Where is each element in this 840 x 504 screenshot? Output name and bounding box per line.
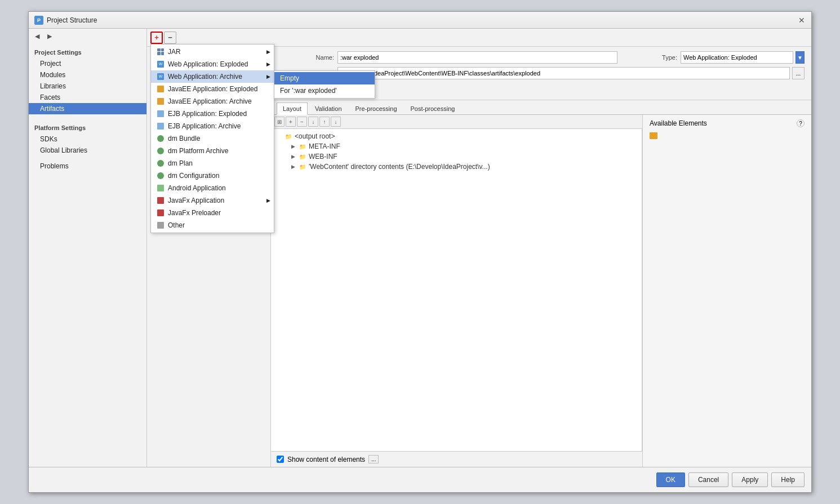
ejb-archive-icon [157, 122, 165, 130]
layout-btn-up[interactable]: ↑ [319, 117, 330, 127]
menu-item-javafx-pre[interactable]: JavaFx Preloader [151, 207, 274, 219]
main-toolbar: + JAR ▶ W [147, 29, 811, 47]
web-archive-icon: W [157, 73, 165, 81]
menu-item-javaee-exploded[interactable]: JavaEE Application: Exploded [151, 83, 274, 95]
layout-btn-remove[interactable]: − [297, 117, 307, 127]
add-dropdown-menu: JAR ▶ W Web Application: Exploded ▶ [150, 44, 274, 233]
dialog-title: Project Structure [47, 16, 97, 24]
sub-item-empty[interactable]: Empty [274, 72, 375, 84]
type-dropdown-arrow[interactable]: ▼ [795, 51, 805, 64]
javaee-exploded-icon [157, 85, 165, 93]
right-panel: Name: Type: ▼ Output directory: [271, 47, 811, 467]
show-content-options[interactable]: ... [368, 455, 379, 463]
layout-area: ⊞ + − ↓ ↑ ↓ 📁 <output [271, 115, 811, 467]
help-button[interactable]: Help [771, 472, 805, 487]
menu-item-other[interactable]: Other [151, 219, 274, 231]
add-dropdown-wrapper: + JAR ▶ W [150, 32, 163, 44]
layout-btn-add[interactable]: + [286, 117, 296, 127]
available-help[interactable]: ? [797, 119, 805, 127]
type-select[interactable] [681, 51, 793, 64]
submenu-arrow-web-archive: ▶ [266, 74, 270, 79]
sidebar-item-artifacts[interactable]: Artifacts [29, 103, 146, 114]
back-button[interactable]: ◀ [32, 31, 42, 41]
cancel-button[interactable]: Cancel [688, 472, 728, 487]
output-dir-browse[interactable]: ... [792, 67, 805, 79]
jar-icon [157, 48, 165, 56]
javaee-archive-icon [157, 97, 165, 105]
output-root-icon: 📁 [285, 132, 292, 140]
forward-button[interactable]: ▶ [45, 31, 55, 41]
menu-item-web-archive[interactable]: W Web Application: Archive ▶ Empty For ' [151, 70, 274, 83]
layout-btn-down2[interactable]: ↓ [331, 117, 341, 127]
show-content-label: Show content of elements [287, 456, 365, 463]
javafx-pre-icon [157, 209, 165, 217]
name-input[interactable] [337, 51, 617, 64]
sidebar-item-modules[interactable]: Modules [29, 69, 146, 81]
sidebar-item-sdks[interactable]: SDKs [29, 133, 146, 145]
available-elements-panel: Available Elements ? [642, 115, 811, 467]
remove-button[interactable]: − [164, 32, 176, 44]
webcontent-icon: 📁 [299, 163, 306, 171]
menu-item-ejb-exploded[interactable]: EJB Application: Exploded [151, 108, 274, 120]
available-folder-icon [650, 132, 657, 140]
dm-plan-icon [157, 159, 165, 167]
dm-bundle-icon [157, 135, 165, 142]
dm-config-icon [157, 172, 165, 180]
sidebar: ◀ ▶ Project Settings Project Modules Lib… [29, 29, 147, 467]
show-content-checkbox[interactable] [277, 456, 284, 463]
type-label: Type: [621, 54, 677, 61]
tab-validation[interactable]: Validation [309, 102, 348, 114]
menu-item-web-exploded[interactable]: W Web Application: Exploded ▶ [151, 58, 274, 70]
project-settings-label: Project Settings [29, 43, 146, 58]
sidebar-item-project[interactable]: Project [29, 58, 146, 69]
submenu-arrow-jar: ▶ [266, 49, 270, 55]
menu-item-ejb-archive[interactable]: EJB Application: Archive [151, 120, 274, 132]
menu-item-javafx[interactable]: JavaFx Application ▶ [151, 194, 274, 207]
web-archive-submenu: Empty For ':war exploded' [274, 70, 375, 99]
sidebar-item-problems[interactable]: Problems [29, 160, 146, 172]
add-button[interactable]: + [150, 32, 163, 44]
available-header: Available Elements [650, 119, 707, 127]
sidebar-item-facets[interactable]: Facets [29, 92, 146, 103]
tab-postprocessing[interactable]: Post-processing [405, 102, 461, 114]
platform-settings-label: Platform Settings [29, 119, 146, 133]
apply-button[interactable]: Apply [732, 472, 768, 487]
tree-meta-inf[interactable]: ▶ 📁 META-INF [273, 141, 639, 151]
layout-toolbar: ⊞ + − ↓ ↑ ↓ [271, 115, 642, 129]
sidebar-item-global-libraries[interactable]: Global Libraries [29, 145, 146, 156]
dm-platform-icon [157, 147, 165, 155]
menu-item-jar[interactable]: JAR ▶ [151, 46, 274, 58]
meta-inf-icon: 📁 [299, 142, 306, 150]
menu-item-dm-plan[interactable]: dm Plan [151, 157, 274, 170]
tree-web-inf[interactable]: ▶ 📁 WEB-INF [273, 151, 639, 162]
title-bar: P Project Structure ✕ [29, 12, 811, 29]
javafx-icon [157, 197, 165, 204]
main-content: ◀ ▶ Project Settings Project Modules Lib… [29, 29, 811, 467]
web-inf-icon: 📁 [299, 153, 306, 160]
menu-item-android[interactable]: Android Application [151, 182, 274, 194]
name-label: Name: [278, 54, 334, 61]
android-icon [157, 184, 165, 192]
submenu-arrow-javafx: ▶ [266, 198, 270, 203]
other-icon [157, 221, 165, 229]
layout-btn-down[interactable]: ↓ [308, 117, 318, 127]
menu-item-dm-platform[interactable]: dm Platform Archive [151, 145, 274, 157]
sub-item-for-war[interactable]: For ':war exploded' [274, 84, 375, 97]
tab-preprocessing[interactable]: Pre-processing [349, 102, 403, 114]
dialog-icon: P [34, 16, 43, 25]
menu-item-dm-bundle[interactable]: dm Bundle [151, 132, 274, 145]
output-dir-input[interactable] [337, 67, 790, 79]
layout-tree: 📁 <output root> ▶ 📁 META-INF ▶ [271, 129, 642, 451]
bottom-bar: OK Cancel Apply Help [29, 467, 811, 492]
ok-button[interactable]: OK [656, 472, 685, 487]
close-button[interactable]: ✕ [798, 16, 806, 24]
ejb-exploded-icon [157, 110, 165, 118]
tab-layout[interactable]: Layout [277, 102, 308, 115]
layout-btn-grid[interactable]: ⊞ [274, 117, 285, 127]
tree-output-root[interactable]: 📁 <output root> [273, 131, 639, 141]
menu-item-dm-config[interactable]: dm Configuration [151, 170, 274, 182]
sidebar-item-libraries[interactable]: Libraries [29, 81, 146, 92]
menu-item-javaee-archive[interactable]: JavaEE Application: Archive [151, 95, 274, 108]
tree-webcontent[interactable]: ▶ 📁 'WebContent' directory contents (E:\… [273, 162, 639, 172]
main-area: + JAR ▶ W [147, 29, 811, 467]
